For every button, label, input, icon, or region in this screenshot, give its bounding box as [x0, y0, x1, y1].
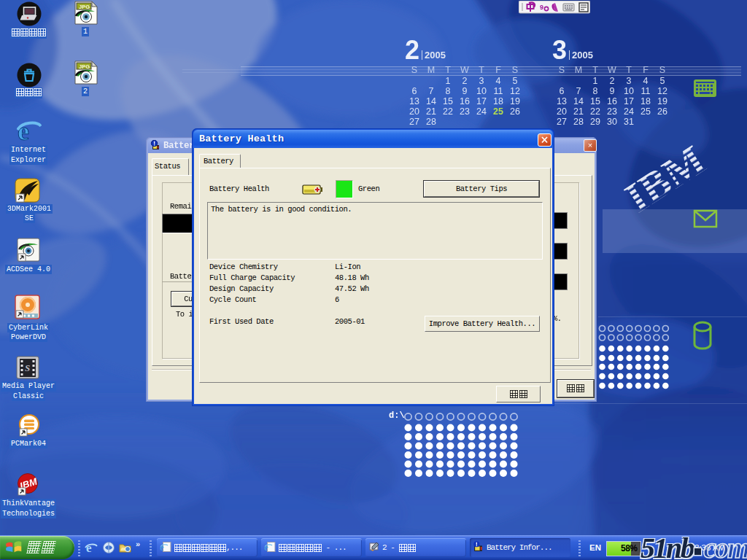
- svg-text:IBM: IBM: [616, 136, 713, 217]
- svg-text:JPG: JPG: [79, 4, 90, 10]
- svg-text:e: e: [264, 542, 268, 553]
- svg-text:9: 9: [540, 4, 543, 11]
- svg-text:e: e: [160, 542, 164, 553]
- svg-text:e: e: [86, 541, 92, 554]
- svg-text:JPG: JPG: [79, 63, 90, 70]
- svg-text:S: S: [25, 362, 30, 373]
